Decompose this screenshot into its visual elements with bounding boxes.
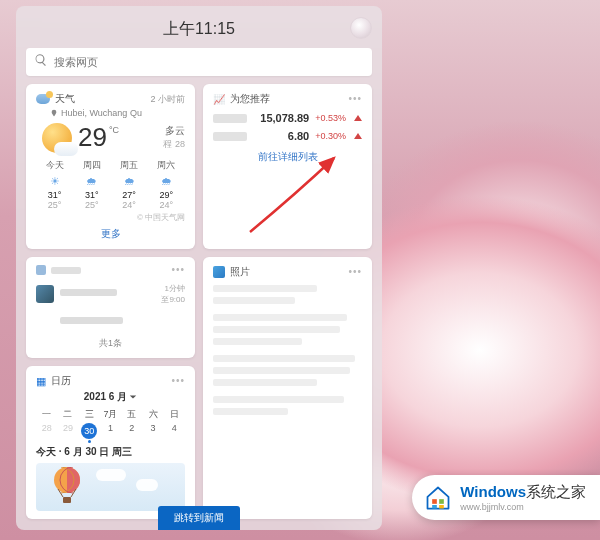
calendar-month[interactable]: 2021 6 月 xyxy=(36,390,185,404)
weather-location: Hubei, Wuchang Qu xyxy=(50,108,185,118)
stocks-card[interactable]: 📈 为您推荐 ••• 15,078.89+0.53% 6.80+0.30% 前往… xyxy=(203,84,372,249)
photos-icon xyxy=(213,266,225,278)
stocks-title: 为您推荐 xyxy=(230,92,270,106)
weather-more-link[interactable]: 更多 xyxy=(36,227,185,241)
photos-body xyxy=(213,285,362,415)
svg-rect-7 xyxy=(439,505,444,509)
weather-condition: 多云程 28 xyxy=(163,124,185,151)
todo-card[interactable]: ••• 1分钟 至9:00 共1条 xyxy=(26,257,195,358)
calendar-card[interactable]: ▦ 日历 ••• 2021 6 月 一二三7月五六日 2829301234 今天… xyxy=(26,366,195,519)
house-logo-icon xyxy=(424,484,452,512)
todo-item[interactable]: 1分钟 至9:00 xyxy=(36,283,185,305)
calendar-title: 日历 xyxy=(51,374,71,388)
up-arrow-icon xyxy=(354,115,362,121)
weather-condition-icon xyxy=(42,123,72,153)
stocks-detail-link[interactable]: 前往详细列表 xyxy=(213,150,362,164)
search-icon xyxy=(34,53,48,71)
task-icon xyxy=(36,313,54,331)
svg-rect-5 xyxy=(439,499,444,504)
widgets-panel: 上午11:15 天气 2 小时前 Hubei, Wuchang Qu 29°C … xyxy=(16,6,382,530)
calendar-today[interactable]: 30 xyxy=(81,423,97,439)
search-box[interactable] xyxy=(26,48,372,76)
weather-icon xyxy=(36,94,50,104)
todo-more-button[interactable]: ••• xyxy=(171,265,185,275)
stock-row[interactable]: 6.80+0.30% xyxy=(213,130,362,142)
jump-to-news-button[interactable]: 跳转到新闻 xyxy=(158,506,240,530)
todo-item[interactable] xyxy=(36,313,185,331)
watermark-url: www.bjjmlv.com xyxy=(460,502,586,512)
svg-rect-4 xyxy=(432,499,437,504)
clock: 上午11:15 xyxy=(163,19,235,40)
calendar-illustration xyxy=(36,463,185,511)
calendar-more-button[interactable]: ••• xyxy=(171,376,185,386)
calendar-grid: 一二三7月五六日 2829301234 xyxy=(36,408,185,439)
svg-rect-1 xyxy=(63,497,71,503)
panel-header: 上午11:15 xyxy=(26,14,372,44)
watermark-badge: Windows系统之家 www.bjjmlv.com xyxy=(412,475,600,520)
task-icon xyxy=(36,285,54,303)
weather-card[interactable]: 天气 2 小时前 Hubei, Wuchang Qu 29°C 多云程 28 今… xyxy=(26,84,195,249)
chart-icon: 📈 xyxy=(213,94,225,105)
todo-count: 共1条 xyxy=(36,337,185,350)
calendar-today-line: 今天 · 6 月 30 日 周三 xyxy=(36,445,185,459)
weather-attribution: © 中国天气网 xyxy=(36,212,185,223)
calendar-icon: ▦ xyxy=(36,376,46,387)
weather-temp: 29°C xyxy=(78,122,119,153)
balloon-icon xyxy=(50,467,84,507)
watermark-text: Windows系统之家 xyxy=(460,483,586,502)
forecast-row: 今天☀31°25° 周四🌧31°25° 周五🌧27°24° 周六🌧29°24° xyxy=(36,159,185,210)
search-input[interactable] xyxy=(54,56,364,68)
weather-title: 天气 xyxy=(55,92,75,106)
stocks-more-button[interactable]: ••• xyxy=(348,94,362,104)
photos-more-button[interactable]: ••• xyxy=(348,267,362,277)
up-arrow-icon xyxy=(354,133,362,139)
task-time: 1分钟 至9:00 xyxy=(161,283,185,305)
photos-card[interactable]: 照片 ••• xyxy=(203,257,372,519)
user-avatar[interactable] xyxy=(350,17,372,39)
svg-rect-6 xyxy=(432,505,437,509)
stock-row[interactable]: 15,078.89+0.53% xyxy=(213,112,362,124)
photos-title: 照片 xyxy=(230,265,250,279)
weather-updated: 2 小时前 xyxy=(150,93,185,106)
